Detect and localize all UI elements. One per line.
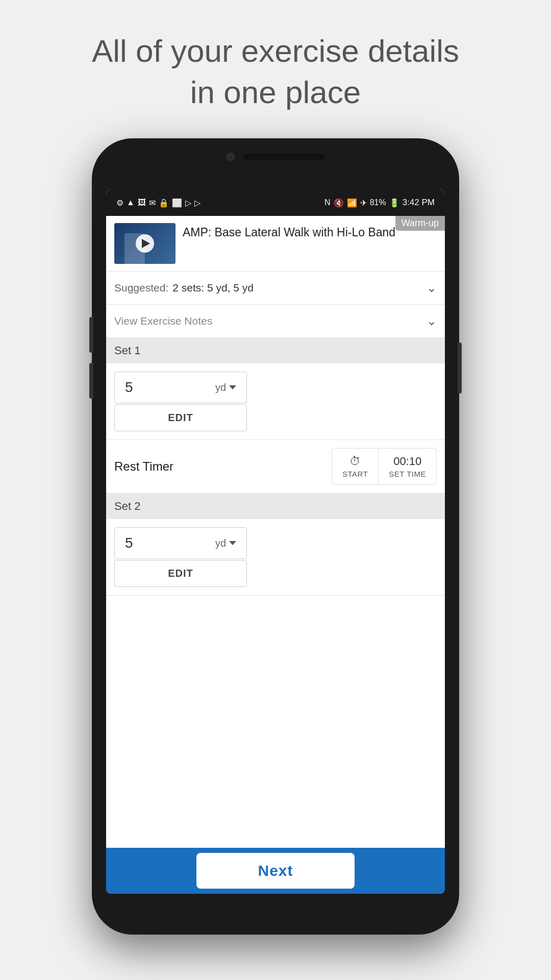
status-right: N 🔇 📶 ✈ 81% 🔋 3:42 PM [324, 198, 435, 208]
set-1-dropdown-arrow [229, 385, 236, 389]
timer-value: 00:10 [393, 455, 421, 468]
screen-content: AMP: Base Lateral Walk with Hi-Lo Band W… [106, 216, 445, 848]
network-icon: N [324, 198, 331, 207]
mute-icon: 🔇 [334, 198, 344, 208]
start-label: START [342, 470, 368, 478]
set-2-input[interactable]: 5 yd [114, 527, 247, 559]
suggested-row[interactable]: Suggested: 2 sets: 5 yd, 5 yd ⌄ [106, 272, 445, 305]
set-2-dropdown-arrow [229, 541, 236, 545]
set-1-content: 5 yd EDIT [106, 363, 445, 440]
notes-chevron-icon: ⌄ [427, 314, 437, 328]
suggested-value: 2 sets: 5 yd, 5 yd [172, 282, 254, 294]
exercise-card: AMP: Base Lateral Walk with Hi-Lo Band W… [106, 216, 445, 272]
page-title-text: All of your exercise details in one plac… [77, 31, 474, 113]
set-2-edit-button[interactable]: EDIT [114, 560, 247, 587]
front-camera [227, 153, 235, 161]
status-icons-left: ⚙ ▲ 🖼 ✉ 🔒 ⬜ ▷ ▷ [116, 198, 201, 208]
set-1-edit-button[interactable]: EDIT [114, 404, 247, 431]
warmup-badge: Warm-up [395, 216, 445, 231]
battery-percent: 81% [370, 198, 386, 207]
status-bar: ⚙ ▲ 🖼 ✉ 🔒 ⬜ ▷ ▷ N 🔇 📶 ✈ 81% 🔋 3:42 PM [106, 189, 445, 216]
set-2-value: 5 [125, 535, 133, 551]
power-button [458, 342, 462, 394]
set-time-label: SET TIME [389, 470, 426, 478]
set-1-header: Set 1 [106, 338, 445, 363]
set-1-input[interactable]: 5 yd [114, 372, 247, 403]
rest-timer-row: Rest Timer ⏱ START 00:10 SET TIME [106, 440, 445, 494]
phone-screen: ⚙ ▲ 🖼 ✉ 🔒 ⬜ ▷ ▷ N 🔇 📶 ✈ 81% 🔋 3:42 PM ‹ [106, 189, 445, 894]
set-2-header: Set 2 [106, 494, 445, 519]
rest-timer-controls: ⏱ START 00:10 SET TIME [332, 448, 437, 485]
suggested-label: Suggested: [114, 282, 168, 294]
battery-icon: 🔋 [389, 198, 399, 208]
timer-clock-icon: ⏱ [349, 455, 361, 468]
set-2-unit: yd [215, 537, 236, 549]
set-1-unit: yd [215, 382, 236, 394]
volume-down-button [89, 363, 93, 399]
set-time-button[interactable]: 00:10 SET TIME [379, 449, 436, 484]
clock: 3:42 PM [403, 198, 435, 208]
exercise-thumbnail[interactable] [114, 223, 176, 264]
phone-speaker [243, 154, 324, 160]
notes-label: View Exercise Notes [114, 315, 212, 327]
suggested-chevron-icon: ⌄ [427, 281, 437, 295]
set-2-content: 5 yd EDIT [106, 519, 445, 596]
view-exercise-notes-row[interactable]: View Exercise Notes ⌄ [106, 305, 445, 338]
airplane-icon: ✈ [360, 198, 367, 208]
next-button[interactable]: Next [196, 853, 354, 889]
play-button[interactable] [136, 234, 154, 253]
phone-device: ⚙ ▲ 🖼 ✉ 🔒 ⬜ ▷ ▷ N 🔇 📶 ✈ 81% 🔋 3:42 PM ‹ [92, 138, 459, 935]
start-timer-button[interactable]: ⏱ START [332, 449, 379, 484]
wifi-icon: 📶 [347, 198, 357, 208]
rest-timer-label: Rest Timer [114, 459, 173, 474]
set-1-value: 5 [125, 379, 133, 396]
volume-up-button [89, 317, 93, 353]
next-bar: Next [106, 848, 445, 894]
